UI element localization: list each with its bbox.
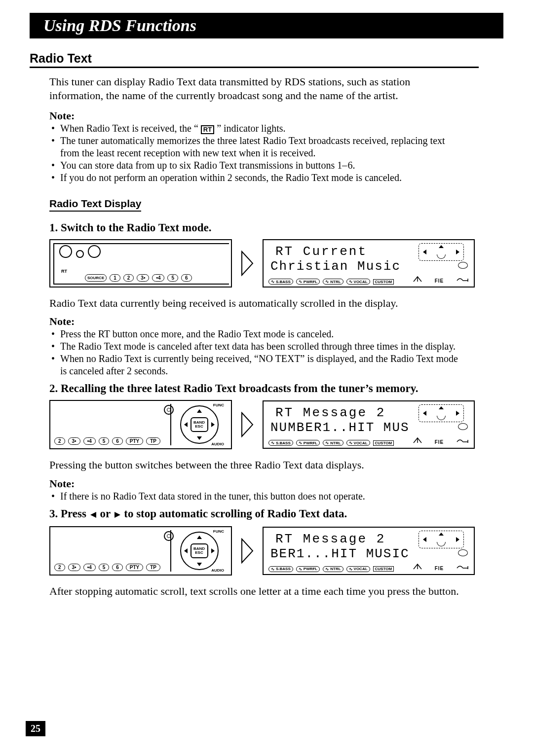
preset-button: 6 — [181, 274, 192, 282]
dpad-icon — [419, 404, 464, 422]
svg-marker-4 — [242, 539, 253, 563]
knob-icon — [88, 245, 101, 258]
disc-icon — [458, 423, 468, 430]
preset-button: 3• — [68, 437, 80, 445]
step-2-figure: FUNC AUDIO BANDESC 2 3• •4 5 6 PTY TP — [49, 400, 503, 449]
svg-marker-2 — [90, 512, 96, 518]
step-1-after: Radio Text data currently being received… — [49, 296, 459, 310]
note-item: If you do not perform an operation withi… — [49, 172, 459, 184]
note-item: The tuner automatically memorizes the th… — [49, 135, 459, 159]
lcd-tags: ∿S.BASS ∿PWRFL ∿NTRL ∿VOCAL CUSTOM — [268, 279, 394, 285]
step-3-figure: FUNC AUDIO BANDESC 2 3• •4 5 6 PTY TP — [49, 526, 503, 576]
step-2-after: Pressing the button switches between the… — [49, 458, 459, 472]
lcd-tags: ∿S.BASS ∿PWRFL ∿NTRL ∿VOCAL CUSTOM — [268, 440, 394, 446]
lcd-line2: Christian Music — [270, 259, 401, 274]
preset-button: TP — [146, 437, 160, 445]
lcd-tags: ∿S.BASS ∿PWRFL ∿NTRL ∿VOCAL CUSTOM — [268, 566, 394, 572]
preset-button: 2 — [54, 564, 65, 571]
connector-icon — [456, 563, 469, 571]
fie-label: FIE — [435, 566, 444, 571]
preset-button: 5 — [99, 437, 110, 445]
preset-button: PTY — [126, 564, 143, 571]
chapter-title-bar: Using RDS Functions — [30, 13, 503, 38]
rt-label: RT — [61, 269, 67, 274]
note-item: If there is no Radio Text data stored in… — [49, 490, 459, 503]
left-arrow-icon — [89, 508, 97, 521]
rt-indicator-icon: RT — [201, 125, 214, 134]
svg-marker-1 — [242, 413, 253, 436]
lcd-line2: NUMBER1..HIT MUS — [270, 420, 410, 435]
preset-button: •4 — [83, 564, 96, 571]
preset-button: 1 — [110, 274, 120, 282]
fie-label: FIE — [435, 439, 444, 445]
preset-button: 5 — [99, 564, 110, 571]
note-item: When Radio Text is received, the “ RT ” … — [49, 122, 459, 135]
tuner-face-panel: FUNC AUDIO BANDESC 2 3• •4 5 6 PTY TP — [49, 526, 232, 576]
dpad-icon — [419, 531, 464, 548]
right-arrow-icon — [114, 508, 121, 521]
disc-icon — [458, 262, 468, 269]
note-label: Note: — [49, 477, 503, 490]
step-2-notes: If there is no Radio Text data stored in… — [49, 490, 459, 503]
note-item: Press the RT button once more, and the R… — [49, 328, 459, 340]
note-label: Note: — [49, 315, 503, 328]
lcd-line2: BER1...HIT MUSIC — [270, 546, 410, 561]
lcd-display: RT Message 2 NUMBER1..HIT MUS ∿S.BASS ∿P… — [263, 400, 475, 449]
step-1-heading: 1. Switch to the Radio Text mode. — [49, 221, 503, 234]
result-arrow-icon — [241, 412, 254, 437]
dpad-icon — [419, 243, 464, 261]
note-item: The Radio Text mode is canceled after te… — [49, 340, 459, 353]
note-label: Note: — [49, 109, 503, 122]
step-3-heading: 3. Press or to stop automatic scrolling … — [49, 507, 503, 521]
lcd-line1: RT Message 2 — [275, 405, 385, 420]
tuner-face-panel: RT SOURCE 1 2 3• •4 5 6 — [49, 239, 232, 288]
chapter-title: Using RDS Functions — [43, 16, 196, 35]
lcd-line1: RT Current — [275, 244, 367, 259]
disc-icon — [458, 549, 468, 556]
step-1-figure: RT SOURCE 1 2 3• •4 5 6 RT Current Chris… — [49, 239, 503, 288]
step-3-after: After stopping automatic scroll, text sc… — [49, 584, 459, 598]
preset-button: PTY — [126, 437, 143, 445]
fie-label: FIE — [435, 278, 444, 284]
page-number: 25 — [26, 721, 45, 736]
note-item: You can store data from up to six Radio … — [49, 159, 459, 172]
antenna-icon — [413, 563, 422, 571]
lcd-display: RT Current Christian Music ∿S.BASS ∿PWRF… — [263, 239, 475, 288]
result-arrow-icon — [241, 251, 254, 276]
step-1-notes: Press the RT button once more, and the R… — [49, 328, 459, 377]
band-knob-icon: BANDESC — [180, 532, 219, 570]
tuner-face-panel: FUNC AUDIO BANDESC 2 3• •4 5 6 PTY TP — [49, 400, 232, 449]
section-title: Radio Text — [30, 51, 479, 68]
preset-button: 2 — [123, 274, 134, 282]
antenna-icon — [413, 276, 422, 284]
preset-button: •4 — [83, 437, 96, 445]
note-list-1: When Radio Text is received, the “ RT ” … — [49, 122, 459, 184]
preset-button: 5 — [167, 274, 178, 282]
preset-button: 6 — [112, 564, 123, 571]
connector-icon — [456, 437, 469, 445]
note-item: When no Radio Text is currently being re… — [49, 353, 459, 377]
knob-icon — [59, 245, 72, 258]
intro-paragraph: This tuner can display Radio Text data t… — [49, 75, 459, 103]
svg-marker-0 — [242, 252, 253, 275]
preset-button: TP — [146, 564, 160, 571]
preset-button: 6 — [112, 437, 123, 445]
antenna-icon — [413, 437, 422, 445]
source-button: SOURCE — [85, 274, 107, 282]
subsection-title: Radio Text Display — [49, 198, 141, 212]
band-knob-icon: BANDESC — [180, 405, 219, 444]
knob-icon — [76, 250, 84, 258]
result-arrow-icon — [241, 538, 254, 564]
lcd-display: RT Message 2 BER1...HIT MUSIC ∿S.BASS ∿P… — [263, 527, 475, 575]
preset-button: •4 — [152, 274, 164, 282]
connector-icon — [456, 276, 469, 284]
lcd-line1: RT Message 2 — [275, 532, 385, 546]
svg-marker-3 — [114, 512, 120, 518]
preset-button: 3• — [68, 564, 80, 571]
preset-button: 2 — [54, 437, 65, 445]
preset-button: 3• — [137, 274, 149, 282]
step-2-heading: 2. Recalling the three latest Radio Text… — [49, 382, 503, 395]
